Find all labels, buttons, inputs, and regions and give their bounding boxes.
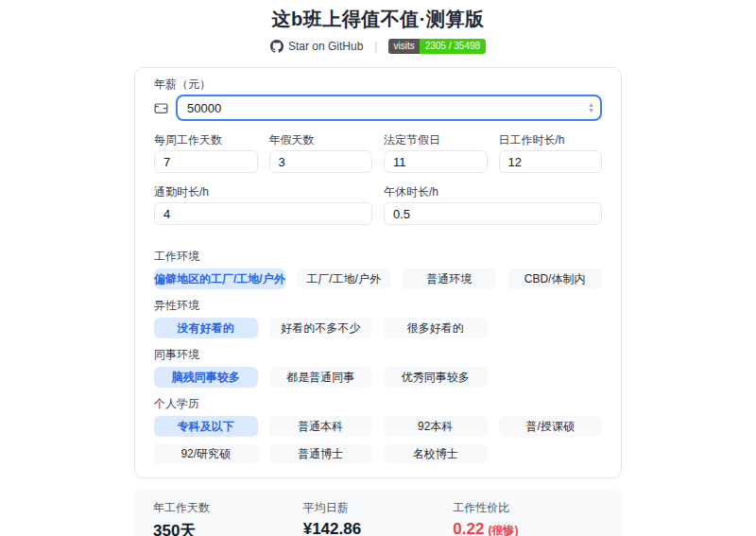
field-label: 午休时长/h (384, 185, 602, 199)
choice-chip[interactable]: 工厂/工地/户外 (297, 268, 391, 289)
result-value: 0.22(很惨) (453, 520, 603, 536)
choice-group-label: 工作环境 (154, 250, 602, 263)
result-worth-ratio: 工作性价比 0.22(很惨) (453, 500, 603, 536)
choice-group-label: 同事环境 (154, 348, 602, 361)
input-field: 每周工作天数 (154, 133, 258, 173)
field-label: 每周工作天数 (154, 133, 258, 147)
choice-chip[interactable]: 专科及以下 (154, 416, 258, 437)
choice-chip[interactable]: 92/研究硕 (154, 443, 258, 464)
field-input[interactable] (269, 150, 373, 173)
field-input[interactable] (154, 150, 258, 173)
choice-chip[interactable]: 脑残同事较多 (154, 367, 258, 388)
wallet-icon (154, 101, 168, 115)
result-ratio-suffix: (很惨) (488, 524, 518, 536)
choice-chip[interactable]: CBD/体制内 (507, 268, 602, 289)
result-label: 年工作天数 (153, 500, 303, 516)
result-label: 平均日薪 (303, 500, 454, 516)
choice-group: 工作环境偏僻地区的工厂/工地/户外工厂/工地/户外普通环境CBD/体制内 (154, 250, 602, 289)
time-fields-grid: 通勤时长/h午休时长/h (154, 185, 602, 225)
field-input[interactable] (384, 202, 602, 225)
number-fields-grid: 每周工作天数年假天数法定节假日日工作时长/h (154, 133, 602, 173)
subheader-divider: | (374, 40, 377, 53)
field-label: 法定节假日 (384, 133, 488, 147)
choice-chip-row: 偏僻地区的工厂/工地/户外工厂/工地/户外普通环境CBD/体制内 (154, 268, 602, 289)
choice-group-label: 个人学历 (154, 397, 602, 410)
input-field: 日工作时长/h (499, 133, 603, 173)
choice-chip[interactable]: 很多好看的 (384, 318, 488, 338)
choice-chip[interactable]: 优秀同事较多 (384, 367, 488, 388)
result-value: ¥142.86 (303, 520, 454, 536)
choice-chip[interactable]: 偏僻地区的工厂/工地/户外 (154, 268, 285, 289)
field-label: 通勤时长/h (154, 185, 372, 199)
result-work-days: 年工作天数 350天 (153, 500, 303, 536)
field-input[interactable] (384, 150, 488, 173)
choice-chip-row: 脑残同事较多都是普通同事优秀同事较多 (154, 367, 602, 388)
visits-badge-value: 2305 / 35498 (420, 39, 486, 54)
choice-chip[interactable]: 好看的不多不少 (269, 318, 373, 338)
spinner-down-icon[interactable]: ▼ (588, 108, 594, 113)
choice-chip[interactable]: 都是普通同事 (269, 367, 373, 388)
github-icon (270, 40, 284, 53)
choice-group: 异性环境没有好看的好看的不多不少很多好看的 (154, 299, 602, 338)
github-link-label: Star on GitHub (288, 40, 363, 53)
field-input[interactable] (499, 150, 603, 173)
choice-chip[interactable]: 没有好看的 (154, 318, 258, 338)
input-field: 法定节假日 (384, 133, 488, 173)
result-ratio-number: 0.22 (453, 520, 484, 536)
choice-chip[interactable]: 普通本科 (269, 416, 373, 437)
choice-chip[interactable]: 普/授课硕 (499, 416, 603, 437)
input-field: 年假天数 (269, 133, 373, 173)
visits-badge: visits 2305 / 35498 (388, 39, 486, 54)
choice-group: 同事环境脑残同事较多都是普通同事优秀同事较多 (154, 348, 602, 388)
field-input[interactable] (154, 202, 372, 225)
choice-sections: 工作环境偏僻地区的工厂/工地/户外工厂/工地/户外普通环境CBD/体制内异性环境… (154, 250, 602, 464)
choice-chip-row: 没有好看的好看的不多不少很多好看的 (154, 318, 602, 338)
salary-input[interactable] (176, 95, 602, 121)
choice-chip-row: 专科及以下普通本科92本科普/授课硕92/研究硕普通博士名校博士 (154, 416, 602, 464)
choice-chip[interactable]: 92本科 (384, 416, 488, 437)
choice-chip[interactable]: 普通博士 (269, 443, 373, 464)
input-field: 午休时长/h (384, 185, 602, 225)
result-value: 350天 (153, 520, 303, 536)
result-label: 工作性价比 (453, 500, 603, 516)
salary-field: 年薪（元） ▲ ▼ (154, 78, 602, 121)
page-title: 这b班上得值不值·测算版 (0, 0, 756, 32)
field-label: 日工作时长/h (499, 133, 603, 147)
salary-label: 年薪（元） (154, 78, 602, 91)
subheader: Star on GitHub | visits 2305 / 35498 (0, 39, 756, 54)
choice-chip[interactable]: 名校博士 (384, 443, 488, 464)
input-field: 通勤时长/h (154, 185, 372, 225)
choice-chip[interactable]: 普通环境 (402, 268, 496, 289)
github-star-link[interactable]: Star on GitHub (270, 40, 363, 53)
field-label: 年假天数 (269, 133, 373, 147)
result-daily-salary: 平均日薪 ¥142.86 (303, 500, 454, 536)
salary-spinner: ▲ ▼ (588, 102, 594, 113)
main-card: 年薪（元） ▲ ▼ 每周工作天数年假天数法定节假日日工作时长/h 通勤时长/h午… (134, 67, 622, 478)
choice-group-label: 异性环境 (154, 299, 602, 312)
results-bar: 年工作天数 350天 平均日薪 ¥142.86 工作性价比 0.22(很惨) (134, 490, 622, 536)
visits-badge-label: visits (388, 39, 419, 54)
choice-group: 个人学历专科及以下普通本科92本科普/授课硕92/研究硕普通博士名校博士 (154, 397, 602, 464)
